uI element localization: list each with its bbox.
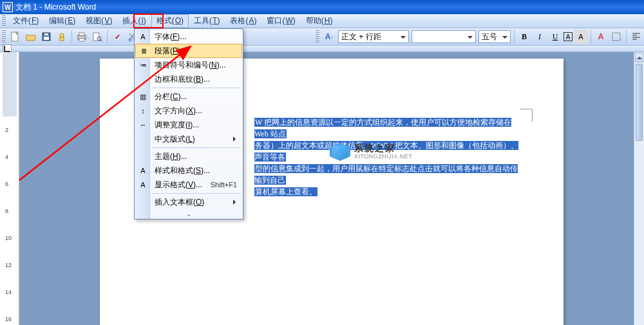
menu-item-字体[interactable]: A字体(F)... xyxy=(135,30,242,44)
watermark-logo: 系统之家 XITONGZHIJIA.NET xyxy=(330,143,412,161)
vertical-scrollbar[interactable] xyxy=(634,52,644,325)
print-preview-icon[interactable] xyxy=(90,30,104,44)
italic-icon[interactable]: I xyxy=(533,30,547,44)
menu-separator xyxy=(152,193,241,194)
save-icon[interactable] xyxy=(39,30,53,44)
ruler-number: 16 xyxy=(5,316,12,322)
svg-rect-5 xyxy=(60,37,64,41)
ruler-number: 12 xyxy=(5,262,12,268)
menu-item-label: 项目符号和编号(N)... xyxy=(155,60,226,71)
spellcheck-icon[interactable]: ✓ xyxy=(110,30,124,44)
new-doc-icon[interactable] xyxy=(8,30,23,44)
workspace: 24681012141618 W 把网上的信息资源以一定的方式组织起来，使用户可… xyxy=(0,52,644,325)
ruler-number: 4 xyxy=(5,154,8,160)
toolbar-grip[interactable] xyxy=(316,30,319,43)
house-logo-icon xyxy=(330,143,350,161)
page-area[interactable]: W 把网上的信息资源以一定的方式组织起来，使用户可以方便地检索存储在 Web 站… xyxy=(19,52,644,325)
margin-marker xyxy=(520,109,533,122)
menu-item-中文版式[interactable]: 中文版式(L) xyxy=(135,132,242,146)
ruler-number: 10 xyxy=(5,235,12,241)
ruler-number: 8 xyxy=(5,208,8,214)
menu-编辑[interactable]: 编辑(E) xyxy=(44,14,80,28)
menu-item-icon: ↕ xyxy=(137,105,149,116)
menu-插入[interactable]: 插入(I) xyxy=(117,14,151,28)
menu-item-边框和底纹[interactable]: 边框和底纹(B)... xyxy=(135,72,242,86)
menu-separator xyxy=(152,147,241,148)
font-combo[interactable] xyxy=(412,30,476,43)
menu-帮助[interactable]: 帮助(H) xyxy=(301,14,338,28)
menu-item-icon: ▥ xyxy=(137,91,149,102)
underline-icon[interactable]: U xyxy=(548,30,562,44)
toolbar-grip[interactable] xyxy=(2,30,6,43)
separator xyxy=(107,30,108,43)
title-bar: W 文档 1 - Microsoft Word xyxy=(0,0,644,14)
menu-item-label: 文字方向(X)... xyxy=(155,106,202,116)
menu-item-icon: ↔ xyxy=(137,119,149,131)
menu-item-label: 样式和格式(S)... xyxy=(155,165,210,176)
selected-text-line[interactable]: 算机屏幕上查看。 xyxy=(254,187,317,196)
menu-bar: 文件(F)编辑(E)视图(V)插入(I)格式(O)工具(T)表格(A)窗口(W)… xyxy=(0,14,644,28)
svg-rect-21 xyxy=(612,33,620,41)
ruler-number: 2 xyxy=(5,127,8,133)
menu-item-分栏[interactable]: ▥分栏(C)... xyxy=(135,89,242,104)
menu-视图[interactable]: 视图(V) xyxy=(80,14,117,28)
svg-rect-2 xyxy=(44,37,49,40)
scroll-thumb[interactable] xyxy=(636,64,643,141)
menu-格式[interactable]: 格式(O) xyxy=(151,14,189,28)
highlight-icon[interactable]: A xyxy=(594,30,608,44)
menu-item-label: 字体(F)... xyxy=(155,32,186,42)
menu-工具[interactable]: 工具(T) xyxy=(189,14,225,28)
style-combo[interactable]: 正文 + 行距 xyxy=(338,30,409,43)
menu-item-icon: A xyxy=(137,31,149,42)
font-size-combo[interactable]: 五号 xyxy=(478,30,511,43)
align-left-icon[interactable] xyxy=(629,30,643,44)
menu-item-插入文本框[interactable]: 插入文本框(O) xyxy=(135,195,242,209)
menu-item-icon: A xyxy=(137,165,149,176)
menu-item-样式和格式[interactable]: A样式和格式(S)... xyxy=(135,163,242,178)
menu-shortcut: Shift+F1 xyxy=(211,181,237,189)
menu-item-label: 调整宽度(I)... xyxy=(155,120,199,131)
bold-icon[interactable]: B xyxy=(517,30,531,44)
word-app-icon: W xyxy=(3,2,13,12)
submenu-arrow-icon xyxy=(233,136,238,142)
styles-pane-icon[interactable]: A↓ xyxy=(322,30,336,44)
menu-item-主题[interactable]: 主题(H)... xyxy=(135,149,242,163)
scroll-up-button[interactable] xyxy=(635,53,643,62)
menu-item-段落[interactable]: ≣段落(P)... xyxy=(135,44,242,58)
standard-toolbar: ✓ A↓ 正文 + 行距 五号 B I U A A A xyxy=(0,28,644,46)
selected-text-line[interactable]: W 把网上的信息资源以一定的方式组织起来，使用户可以方便地检索存储在 Web 站… xyxy=(254,118,511,138)
separator xyxy=(514,30,515,43)
expand-menu-chevron[interactable]: ⌄ xyxy=(135,209,242,218)
svg-rect-3 xyxy=(44,33,48,35)
selected-text-line[interactable]: 型的信息集成到一起，用户用鼠标在特定标志处点击就可以将各种信息自动传输到自己 xyxy=(254,164,518,185)
vertical-ruler[interactable]: 24681012141618 xyxy=(0,52,19,325)
ruler-number: 6 xyxy=(5,181,8,187)
open-icon[interactable] xyxy=(24,30,38,44)
menu-item-label: 显示格式(V)... xyxy=(155,180,202,190)
border-icon[interactable]: A xyxy=(564,32,573,41)
window-title: 文档 1 - Microsoft Word xyxy=(15,2,96,13)
watermark-title: 系统之家 xyxy=(354,144,412,153)
char-shading-icon[interactable]: A xyxy=(574,30,588,44)
menu-item-调整宽度[interactable]: ↔调整宽度(I)... xyxy=(135,118,242,132)
separator xyxy=(71,30,72,43)
menu-item-显示格式[interactable]: A显示格式(V)...Shift+F1 xyxy=(135,178,242,192)
print-icon[interactable] xyxy=(75,30,89,44)
svg-rect-7 xyxy=(79,33,84,35)
toolbar-grip[interactable] xyxy=(2,15,6,27)
menu-item-项目符号和编号[interactable]: ≔项目符号和编号(N)... xyxy=(135,58,242,72)
menu-窗口[interactable]: 窗口(W) xyxy=(261,14,300,28)
menu-item-label: 段落(P)... xyxy=(155,46,187,57)
separator xyxy=(626,30,627,43)
char-border-icon[interactable] xyxy=(609,30,623,44)
menu-item-icon: ≔ xyxy=(137,59,149,71)
permission-icon[interactable] xyxy=(55,30,69,44)
menu-文件[interactable]: 文件(F) xyxy=(8,14,44,28)
menu-item-label: 中文版式(L) xyxy=(155,134,195,145)
ruler-number: 14 xyxy=(5,289,12,295)
menu-item-文字方向[interactable]: ↕文字方向(X)... xyxy=(135,104,242,118)
menu-表格[interactable]: 表格(A) xyxy=(225,14,261,28)
separator xyxy=(591,30,591,43)
ruler-corner-row: 2468101214161820222426283032343638404244… xyxy=(0,46,644,52)
menu-item-label: 边框和底纹(B)... xyxy=(155,74,210,85)
